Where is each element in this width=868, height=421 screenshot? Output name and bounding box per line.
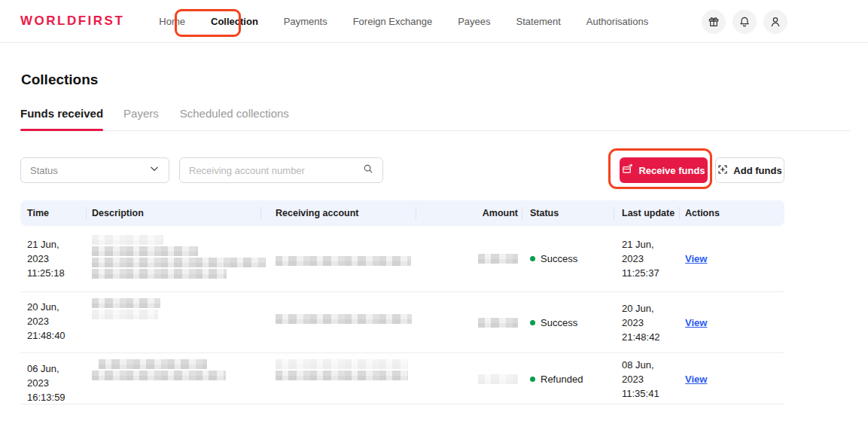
nav-item-collection[interactable]: Collection xyxy=(211,16,258,27)
nav-item-home[interactable]: Home xyxy=(159,16,185,27)
main-nav: Home Collection Payments Foreign Exchang… xyxy=(159,16,648,27)
search-icon xyxy=(363,163,373,177)
top-navigation-bar: WORLDFIRST Home Collection Payments Fore… xyxy=(0,0,868,43)
nav-item-statement[interactable]: Statement xyxy=(516,16,561,27)
status-badge: Success xyxy=(530,317,577,328)
status-dot xyxy=(530,256,535,261)
status-badge: Success xyxy=(530,253,577,264)
cell-description-redacted xyxy=(92,226,260,279)
cell-amount-redacted xyxy=(478,318,518,328)
view-link[interactable]: View xyxy=(685,253,707,264)
funds-received-table: Time Description Receiving account Amoun… xyxy=(20,200,784,404)
add-funds-icon xyxy=(717,164,728,177)
cell-last-update: 08 Jun, 2023 11:35:41 xyxy=(622,358,659,401)
column-header-last-update: Last update xyxy=(614,200,679,226)
table-header-row: Time Description Receiving account Amoun… xyxy=(20,200,784,226)
cell-last-update: 21 Jun, 2023 11:25:37 xyxy=(622,237,659,280)
nav-item-authorisations[interactable]: Authorisations xyxy=(586,16,648,27)
add-funds-label: Add funds xyxy=(733,165,781,176)
topbar-icon-group xyxy=(702,10,787,34)
cell-description-redacted xyxy=(92,292,260,319)
status-dot xyxy=(530,377,535,382)
cell-time: 20 Jun, 2023 21:48:40 xyxy=(27,292,86,343)
view-link[interactable]: View xyxy=(685,374,707,385)
status-badge: Refunded xyxy=(530,374,583,385)
status-filter-select[interactable]: Status xyxy=(20,157,169,183)
add-funds-button[interactable]: Add funds xyxy=(715,157,784,183)
table-row: 21 Jun, 2023 11:25:18 Success 21 Jun, 20… xyxy=(20,226,784,292)
gift-icon[interactable] xyxy=(702,10,726,34)
receive-funds-button[interactable]: Receive funds xyxy=(620,157,708,183)
collections-tabs: Funds received Payers Scheduled collecti… xyxy=(20,107,850,131)
cell-receiving-account-redacted xyxy=(276,314,412,324)
tab-payers[interactable]: Payers xyxy=(123,107,159,130)
cell-description-redacted xyxy=(92,353,260,380)
chevron-down-icon xyxy=(149,163,160,177)
worldfirst-logo[interactable]: WORLDFIRST xyxy=(20,14,124,29)
column-header-description: Description xyxy=(86,200,260,226)
table-row: 20 Jun, 2023 21:48:40 Success 20 Jun, 20… xyxy=(20,292,784,353)
receiving-account-search xyxy=(179,157,383,183)
tab-scheduled-collections[interactable]: Scheduled collections xyxy=(180,107,289,130)
user-icon[interactable] xyxy=(763,10,787,34)
cell-time: 21 Jun, 2023 11:25:18 xyxy=(27,226,86,280)
bell-icon[interactable] xyxy=(732,10,757,34)
cell-receiving-account-redacted xyxy=(276,353,416,380)
cell-last-update: 20 Jun, 2023 21:48:42 xyxy=(622,301,660,344)
worldfirst-app: WORLDFIRST Home Collection Payments Fore… xyxy=(0,0,868,421)
cell-receiving-account-redacted xyxy=(276,256,411,266)
column-header-actions: Actions xyxy=(679,200,784,226)
column-header-amount: Amount xyxy=(416,200,522,226)
table-row: 06 Jun, 2023 16:13:59 Refunded 08 Jun, 2… xyxy=(20,353,784,404)
cell-amount-redacted xyxy=(478,374,518,384)
nav-item-foreign-exchange[interactable]: Foreign Exchange xyxy=(353,16,433,27)
receive-funds-icon xyxy=(622,163,633,177)
status-filter-label: Status xyxy=(30,165,149,176)
cell-time: 06 Jun, 2023 16:13:59 xyxy=(27,353,86,404)
filter-row: Status Receive funds xyxy=(0,157,868,183)
view-link[interactable]: View xyxy=(685,317,707,328)
column-header-status: Status xyxy=(522,200,614,226)
receiving-account-input[interactable] xyxy=(189,165,363,176)
page-title: Collections xyxy=(21,72,98,88)
status-dot xyxy=(530,320,535,325)
column-header-receiving-account: Receiving account xyxy=(260,200,416,226)
column-header-time: Time xyxy=(20,200,86,226)
cell-amount-redacted xyxy=(478,254,518,264)
tab-funds-received[interactable]: Funds received xyxy=(20,107,103,130)
receive-funds-label: Receive funds xyxy=(638,165,705,176)
nav-item-payments[interactable]: Payments xyxy=(284,16,327,27)
nav-item-payees[interactable]: Payees xyxy=(458,16,490,27)
